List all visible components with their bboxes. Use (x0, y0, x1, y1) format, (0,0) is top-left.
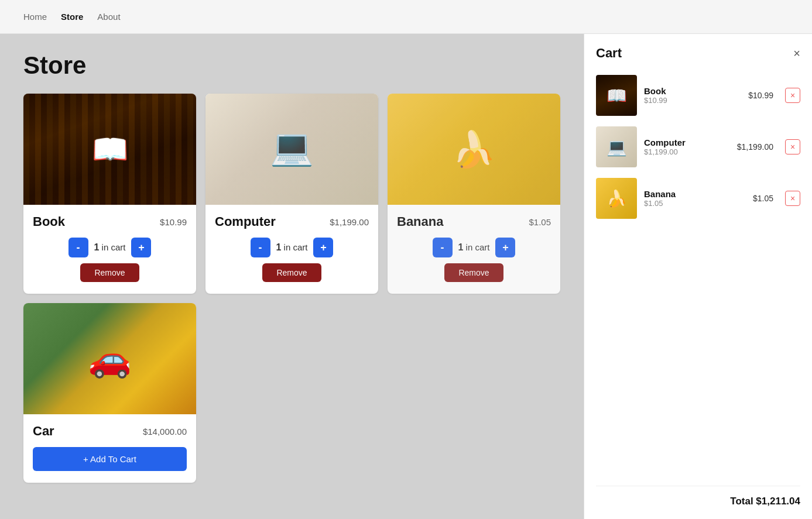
cart-item-banana: 🍌 Banana $1.05 $1.05 × (596, 178, 800, 219)
cart-item-visual-computer: 💻 (596, 126, 637, 167)
qty-incart-computer: in cart (284, 242, 308, 252)
product-title-row-car: Car $14,000.00 (33, 424, 187, 439)
cart-item-price-book: $10.99 (748, 91, 773, 100)
product-price-car: $14,000.00 (143, 427, 187, 436)
product-image-book (23, 94, 196, 205)
cart-item-name-book: Book (644, 86, 741, 96)
cart-item-name-computer: Computer (644, 138, 730, 147)
cart-item-price-computer: $1,199.00 (737, 142, 773, 152)
cart-item-name-banana: Banana (644, 189, 746, 199)
qty-minus-banana[interactable]: - (433, 238, 453, 257)
cart-item-remove-book[interactable]: × (785, 88, 800, 103)
product-image-banana (388, 94, 560, 205)
qty-minus-computer[interactable]: - (251, 238, 270, 257)
cart-controls-banana: - 1 in cart + (397, 238, 551, 257)
cart-title: Cart (596, 46, 622, 61)
cart-item-price-banana: $1.05 (753, 194, 773, 203)
product-name-book: Book (33, 214, 65, 229)
product-name-banana: Banana (397, 214, 443, 229)
product-body-book: Book $10.99 - 1 in cart + Remove (23, 205, 196, 294)
product-name-car: Car (33, 424, 54, 439)
product-title-row-computer: Computer $1,199.00 (215, 214, 369, 229)
qty-plus-computer[interactable]: + (313, 238, 333, 257)
product-card-car: Car $14,000.00 + Add To Cart (23, 303, 196, 483)
product-body-banana: Banana $1.05 - 1 in cart + Remove (388, 205, 560, 294)
cart-item-info-book: Book $10.99 (644, 86, 741, 105)
cart-item-img-computer: 💻 (596, 126, 637, 167)
qty-count-computer: 1 (276, 242, 282, 252)
product-grid: Book $10.99 - 1 in cart + Remove (23, 94, 560, 483)
product-body-computer: Computer $1,199.00 - 1 in cart + Remove (205, 205, 378, 294)
cart-item-computer: 💻 Computer $1,199.00 $1,199.00 × (596, 126, 800, 167)
store-title: Store (23, 51, 560, 80)
remove-btn-banana[interactable]: Remove (444, 263, 503, 282)
cart-item-subtitle-computer: $1,199.00 (644, 147, 730, 156)
qty-count-book: 1 (94, 242, 100, 252)
product-card-book: Book $10.99 - 1 in cart + Remove (23, 94, 196, 294)
product-price-computer: $1,199.00 (330, 217, 369, 227)
qty-plus-banana[interactable]: + (495, 238, 515, 257)
navbar: Home Store About (0, 0, 812, 34)
cart-item-remove-banana[interactable]: × (785, 191, 800, 206)
cart-controls-book: - 1 in cart + (33, 238, 187, 257)
product-image-computer (205, 94, 378, 205)
qty-display-banana: 1 in cart (458, 242, 490, 253)
qty-display-book: 1 in cart (94, 242, 126, 253)
product-title-row-book: Book $10.99 (33, 214, 187, 229)
cart-item-info-banana: Banana $1.05 (644, 189, 746, 208)
remove-btn-book[interactable]: Remove (80, 263, 139, 282)
product-card-banana: Banana $1.05 - 1 in cart + Remove (388, 94, 560, 294)
qty-plus-book[interactable]: + (131, 238, 151, 257)
product-name-computer: Computer (215, 214, 276, 229)
product-price-book: $10.99 (160, 217, 187, 227)
product-title-row-banana: Banana $1.05 (397, 214, 551, 229)
cart-header: Cart × (596, 46, 800, 61)
cart-item-book: 📖 Book $10.99 $10.99 × (596, 75, 800, 116)
add-to-cart-car[interactable]: + Add To Cart (33, 447, 187, 471)
cart-item-info-computer: Computer $1,199.00 (644, 138, 730, 156)
product-card-computer: Computer $1,199.00 - 1 in cart + Remove (205, 94, 378, 294)
cart-close-button[interactable]: × (793, 47, 800, 59)
nav-store[interactable]: Store (61, 12, 83, 22)
cart-item-subtitle-banana: $1.05 (644, 199, 746, 208)
qty-incart-banana: in cart (466, 242, 490, 252)
qty-count-banana: 1 (458, 242, 464, 252)
cart-item-img-book: 📖 (596, 75, 637, 116)
store-area: Store Book $10.99 - 1 in cart (0, 34, 584, 519)
qty-incart-book: in cart (102, 242, 126, 252)
product-body-car: Car $14,000.00 + Add To Cart (23, 414, 196, 483)
qty-display-computer: 1 in cart (276, 242, 308, 253)
cart-item-remove-computer[interactable]: × (785, 139, 800, 154)
product-image-car (23, 303, 196, 414)
cart-controls-computer: - 1 in cart + (215, 238, 369, 257)
cart-item-img-banana: 🍌 (596, 178, 637, 219)
cart-item-visual-book: 📖 (596, 75, 637, 116)
qty-minus-book[interactable]: - (68, 238, 88, 257)
cart-item-subtitle-book: $10.99 (644, 96, 741, 105)
nav-home[interactable]: Home (23, 12, 47, 22)
product-price-banana: $1.05 (529, 217, 551, 227)
cart-panel: Cart × 📖 Book $10.99 $10.99 × 💻 Computer… (584, 34, 812, 519)
main-wrapper: Store Book $10.99 - 1 in cart (0, 34, 812, 519)
remove-btn-computer[interactable]: Remove (262, 263, 321, 282)
nav-about[interactable]: About (97, 12, 120, 22)
cart-item-visual-banana: 🍌 (596, 178, 637, 219)
cart-total: Total $1,211.04 (596, 486, 800, 507)
